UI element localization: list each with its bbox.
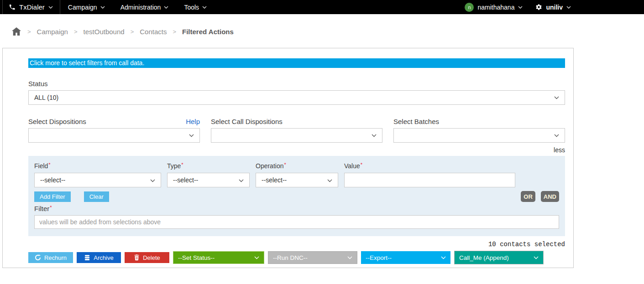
call-dispositions-select[interactable]: [211, 128, 382, 143]
dispositions-column: Select Dispositions Help: [28, 118, 200, 143]
type-label: Type: [167, 162, 181, 170]
required-marker: *: [361, 162, 362, 167]
chevron-down-icon: [441, 256, 446, 259]
add-filter-button[interactable]: Add Filter: [34, 191, 71, 202]
avatar: n: [465, 3, 474, 12]
type-select[interactable]: --select--: [167, 173, 250, 187]
filter-label: Filter: [34, 205, 49, 212]
chevron-down-icon: [239, 176, 244, 184]
user-name: namithahana: [477, 4, 514, 11]
dispositions-select[interactable]: [28, 128, 200, 143]
value-input[interactable]: [344, 173, 515, 187]
home-icon[interactable]: [11, 27, 21, 36]
and-button[interactable]: AND: [541, 191, 559, 202]
less-link[interactable]: less: [554, 146, 565, 154]
required-marker: *: [284, 162, 286, 167]
chevron-down-icon: [48, 6, 53, 9]
rechurn-button[interactable]: Rechurn: [28, 252, 73, 263]
breadcrumb: > Campaign > testOutbound > Contacts > F…: [0, 14, 644, 39]
operation-column: Operation* --select--: [256, 162, 338, 187]
nav-tools[interactable]: Tools: [176, 0, 215, 14]
call-dispositions-label: Select Call Dispositions: [211, 118, 283, 125]
trash-icon: [134, 254, 140, 261]
user-menu[interactable]: n namithahana: [465, 3, 523, 12]
call-me-append-value: Call_Me (Append): [459, 254, 509, 261]
breadcrumb-separator: >: [74, 28, 78, 35]
run-dnc-value: --Run DNC--: [273, 254, 308, 261]
chevron-down-icon: [534, 256, 539, 259]
delete-label: Delete: [143, 254, 160, 261]
batches-select[interactable]: [393, 128, 565, 143]
set-status-dropdown[interactable]: --Set Status--: [173, 251, 264, 264]
contacts-selected-count: 10 contacts selected: [28, 241, 565, 248]
field-select[interactable]: --select--: [34, 173, 161, 187]
delete-button[interactable]: Delete: [125, 252, 169, 263]
call-dispositions-column: Select Call Dispositions: [211, 118, 382, 143]
dispositions-label: Select Dispositions: [28, 118, 86, 125]
field-select-value: --select--: [40, 176, 65, 184]
tenant-label: uniliv: [546, 4, 563, 11]
export-dropdown[interactable]: --Export--: [361, 251, 450, 264]
set-status-value: --Set Status--: [178, 254, 215, 261]
clear-button[interactable]: Clear: [84, 191, 109, 202]
breadcrumb-testoutbound[interactable]: testOutbound: [84, 28, 125, 36]
chevron-down-icon: [518, 6, 523, 9]
chevron-down-icon: [150, 176, 155, 184]
brand-menu[interactable]: TxDialer: [2, 0, 60, 14]
nav-administration-label: Administration: [120, 4, 161, 11]
field-column: Field* --select--: [34, 162, 161, 187]
filtered-actions-panel: Click more to select filters from call d…: [2, 48, 574, 268]
breadcrumb-separator: >: [131, 28, 134, 35]
batches-column: Select Batches: [393, 118, 565, 143]
breadcrumb-contacts[interactable]: Contacts: [140, 28, 167, 36]
nav-administration[interactable]: Administration: [113, 0, 177, 14]
value-column: Value*: [344, 162, 515, 187]
or-button[interactable]: OR: [521, 191, 535, 202]
refresh-icon: [35, 254, 41, 261]
type-column: Type* --select--: [167, 162, 250, 187]
chevron-down-icon: [202, 6, 207, 9]
filter-input[interactable]: [34, 215, 559, 229]
phone-icon: [9, 4, 16, 10]
breadcrumb-separator: >: [27, 28, 31, 35]
tenant-menu[interactable]: uniliv: [535, 4, 571, 11]
export-value: --Export--: [366, 254, 392, 261]
value-label: Value: [344, 162, 360, 170]
filter-builder-panel: Field* --select-- Type* --select--: [28, 156, 565, 236]
chevron-down-icon: [327, 176, 332, 184]
archive-button[interactable]: Archive: [77, 252, 121, 263]
disposition-filters-row: Select Dispositions Help Select Call Dis…: [28, 118, 565, 143]
type-select-value: --select--: [173, 176, 198, 184]
call-me-append-dropdown[interactable]: Call_Me (Append): [454, 251, 544, 264]
chevron-down-icon: [100, 6, 105, 9]
nav-tools-label: Tools: [184, 4, 199, 11]
chevron-down-icon: [554, 134, 559, 137]
database-icon: [84, 255, 90, 261]
status-select[interactable]: ALL (10): [28, 90, 565, 105]
chevron-down-icon: [566, 6, 571, 9]
gear-icon: [535, 4, 542, 10]
info-banner: Click more to select filters from call d…: [28, 58, 565, 68]
nav-campaign[interactable]: Campaign: [60, 0, 113, 14]
chevron-down-icon: [372, 134, 377, 137]
operation-select-value: --select--: [262, 176, 287, 184]
rechurn-label: Rechurn: [44, 254, 67, 261]
status-label: Status: [28, 80, 565, 88]
chevron-down-icon: [347, 256, 352, 259]
chevron-down-icon: [554, 96, 559, 99]
nav-campaign-label: Campaign: [68, 4, 97, 11]
required-marker: *: [50, 205, 52, 210]
operation-select[interactable]: --select--: [256, 173, 338, 187]
batches-label: Select Batches: [393, 118, 439, 125]
breadcrumb-separator: >: [173, 28, 176, 35]
chevron-down-icon: [254, 256, 259, 259]
breadcrumb-current: Filtered Actions: [182, 28, 234, 36]
breadcrumb-campaign[interactable]: Campaign: [37, 28, 68, 36]
status-section: Status ALL (10): [28, 80, 565, 105]
run-dnc-dropdown[interactable]: --Run DNC--: [268, 251, 357, 264]
operation-label: Operation: [256, 162, 283, 170]
chevron-down-icon: [189, 134, 194, 137]
brand-label: TxDialer: [19, 3, 45, 11]
help-link[interactable]: Help: [186, 118, 200, 125]
chevron-down-icon: [164, 6, 168, 9]
